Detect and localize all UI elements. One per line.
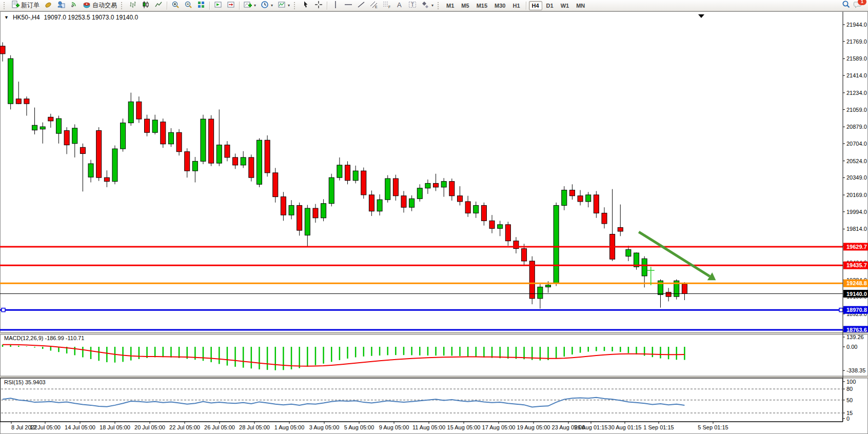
svg-text:3 Aug 05:00: 3 Aug 05:00 (309, 424, 340, 430)
new-order-button[interactable]: 新订单 (9, 0, 42, 11)
vertical-line-tool-button[interactable] (329, 0, 342, 11)
add-indicator-icon (244, 1, 252, 10)
svg-text:18763.6: 18763.6 (846, 327, 867, 333)
svg-text:18970.8: 18970.8 (846, 307, 867, 313)
svg-text:20704.0: 20704.0 (846, 141, 867, 147)
shapes-icon (421, 1, 429, 10)
fibonacci-icon: F (383, 1, 391, 10)
profile-icon (57, 1, 65, 10)
cursor-tool-button[interactable] (300, 0, 312, 11)
svg-text:21589.0: 21589.0 (846, 55, 867, 62)
svg-text:19248.8: 19248.8 (846, 280, 867, 286)
toolbar-separator (526, 2, 526, 10)
horizontal-line-icon (344, 1, 352, 10)
time-axis[interactable]: 8 Jul 202212 Jul 05:0014 Jul 05:0018 Jul… (0, 422, 843, 430)
template-button[interactable]: ▾ (275, 0, 292, 11)
svg-text:5 Aug 05:00: 5 Aug 05:00 (344, 424, 374, 430)
timeframe-button-m5[interactable]: M5 (458, 1, 472, 10)
chart-shift-button[interactable] (225, 0, 237, 11)
chart-canvas[interactable]: 21944.021769.021589.021414.021234.021059… (0, 11, 868, 434)
timeframe-button-w1[interactable]: W1 (558, 1, 573, 10)
gold-horn-button[interactable] (42, 0, 54, 11)
svg-text:T: T (411, 2, 414, 8)
svg-text:20 Jul 05:00: 20 Jul 05:00 (134, 424, 165, 430)
shapes-dropdown[interactable]: ▾ (431, 3, 433, 8)
period-dropdown[interactable]: ▾ (271, 3, 273, 8)
main-toolbar: 新订单 自动交易 ▾ ▾ ▾ E F A T ▾ M1M5M15M30H1H4D… (0, 0, 868, 11)
crosshair-icon (314, 1, 323, 10)
zoom-in-icon (171, 1, 180, 10)
svg-text:26 Jul 05:00: 26 Jul 05:00 (204, 424, 235, 430)
add-indicator-button[interactable]: ▾ (242, 0, 258, 11)
text-label-icon: T (408, 1, 417, 10)
timeframe-button-m1[interactable]: M1 (443, 1, 457, 10)
text-label-tool-button[interactable]: T (406, 0, 419, 11)
svg-text:21944.0: 21944.0 (846, 22, 867, 28)
horizontal-line-tool-button[interactable] (342, 0, 354, 11)
cursor-icon (302, 1, 310, 10)
channel-tool-button[interactable]: E (368, 0, 380, 11)
zoom-out-button[interactable] (182, 0, 194, 11)
svg-text:21059.0: 21059.0 (846, 107, 867, 113)
bar-chart-button[interactable] (127, 0, 139, 11)
autotrade-icon (83, 1, 91, 10)
cross-marker-annotation[interactable] (647, 267, 655, 285)
svg-text:17 Aug 05:00: 17 Aug 05:00 (482, 424, 516, 430)
signal-button[interactable] (68, 0, 80, 11)
svg-text:18 Jul 05:00: 18 Jul 05:00 (100, 424, 130, 430)
horizontal-lines[interactable]: 19629.719435.719248.819140.018970.818763… (0, 243, 868, 333)
trendline-icon (357, 1, 365, 10)
channel-icon: E (370, 1, 378, 10)
timeframe-button-m15[interactable]: M15 (474, 1, 490, 10)
svg-text:1 Aug 05:00: 1 Aug 05:00 (274, 424, 305, 430)
svg-text:22 Jul 05:00: 22 Jul 05:00 (169, 424, 200, 430)
trend-arrow-annotation[interactable] (639, 232, 716, 280)
signal-icon (70, 1, 78, 10)
timeframe-button-m30[interactable]: M30 (491, 1, 508, 10)
timeframe-button-mn[interactable]: MN (573, 1, 588, 10)
svg-text:1 Sep 01:15: 1 Sep 01:15 (643, 424, 674, 430)
macd-signal-line (3, 345, 684, 366)
toolbar-separator (167, 2, 167, 10)
chart-shift-marker[interactable] (698, 14, 704, 18)
auto-scroll-button[interactable] (212, 0, 224, 11)
timeframe-button-d1[interactable]: D1 (543, 1, 557, 10)
profile-button[interactable] (55, 0, 67, 11)
line-chart-button[interactable] (152, 0, 165, 11)
line-chart-icon (154, 1, 163, 10)
shapes-tool-button[interactable]: ▾ (419, 0, 436, 11)
add-indicator-dropdown[interactable]: ▾ (254, 3, 256, 8)
toolbar-separator (209, 2, 210, 10)
svg-text:21414.0: 21414.0 (846, 72, 867, 78)
autotrade-button[interactable]: 自动交易 (81, 0, 119, 11)
tile-windows-button[interactable] (195, 0, 207, 11)
period-button[interactable]: ▾ (259, 0, 275, 11)
svg-text:F: F (388, 5, 390, 9)
svg-text:9 Aug 05:00: 9 Aug 05:00 (379, 424, 409, 430)
candlestick-chart-button[interactable] (140, 0, 152, 11)
search-icon[interactable] (842, 0, 851, 11)
template-dropdown[interactable]: ▾ (288, 3, 290, 8)
timeframe-bar: M1M5M15M30H1H4D1W1MN (443, 1, 588, 10)
svg-text:100: 100 (846, 379, 856, 385)
zoom-out-icon (184, 1, 192, 10)
rsi-pane: 1008050150 (1, 378, 856, 422)
trendline-tool-button[interactable] (355, 0, 367, 11)
svg-text:139.26: 139.26 (846, 334, 864, 340)
timeframe-button-h4[interactable]: H4 (529, 1, 542, 10)
chart-shift-icon (227, 1, 235, 10)
fibonacci-tool-button[interactable]: F (381, 0, 393, 11)
svg-text:A: A (397, 1, 402, 9)
chat-button[interactable]: 1 (854, 1, 863, 11)
rsi-line (3, 398, 684, 407)
text-tool-button[interactable]: A (393, 0, 406, 11)
macd-pane: 139.260.00-338.35 (3, 334, 865, 373)
chart-window: 21944.021769.021589.021414.021234.021059… (0, 11, 868, 434)
timeframe-button-h1[interactable]: H1 (509, 1, 523, 10)
svg-text:21234.0: 21234.0 (846, 90, 867, 96)
zoom-in-button[interactable] (169, 0, 182, 11)
svg-text:20524.0: 20524.0 (846, 158, 867, 164)
svg-text:19140.0: 19140.0 (846, 291, 867, 297)
candlestick-chart-icon (142, 1, 150, 10)
crosshair-tool-button[interactable] (312, 0, 325, 11)
